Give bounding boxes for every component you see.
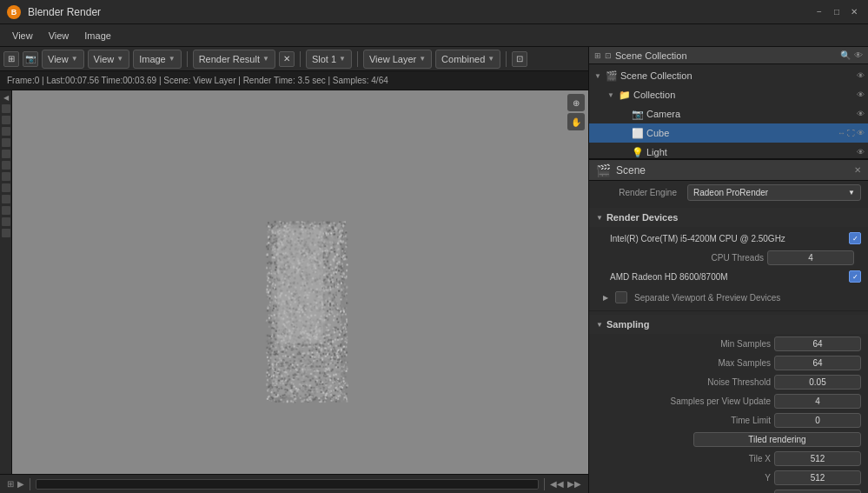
side-icon-12[interactable] xyxy=(2,229,10,237)
image-dropdown[interactable]: Image ▼ xyxy=(133,50,182,69)
outliner-title: Scene Collection xyxy=(615,50,837,61)
toolbar-icon-grid[interactable]: ⊞ xyxy=(3,51,19,67)
outliner-filter-icon[interactable]: ⊞ xyxy=(594,51,601,60)
render-engine-select[interactable]: Radeon ProRender ▼ xyxy=(687,184,861,201)
tiled-rendering-row: Tiled rendering xyxy=(589,430,868,449)
timeline-track[interactable] xyxy=(36,479,539,490)
outliner-header: ⊞ ⊡ Scene Collection 🔍 👁 xyxy=(589,47,868,64)
minimize-button[interactable]: − xyxy=(812,5,826,19)
side-icon-8[interactable] xyxy=(2,183,10,192)
max-samples-value[interactable]: 64 xyxy=(774,356,861,370)
cube-label: Cube xyxy=(646,128,835,138)
close-render-result[interactable]: ✕ xyxy=(279,51,295,67)
side-icon-10[interactable] xyxy=(2,206,10,215)
timeline-bar: ⊞ ▶ ◀◀ ▶▶ xyxy=(0,474,588,493)
outliner-item-light[interactable]: 💡 Light 👁 xyxy=(589,143,868,160)
window-controls: − □ ✕ xyxy=(812,5,861,19)
tile-x-value[interactable]: 512 xyxy=(774,451,861,466)
side-icon-1[interactable] xyxy=(2,104,10,113)
tl-icon-1[interactable]: ⊞ xyxy=(7,479,14,489)
separate-viewport-checkbox[interactable] xyxy=(615,291,627,303)
time-limit-value[interactable]: 0 xyxy=(774,413,861,428)
menu-view-1[interactable]: View xyxy=(5,28,40,43)
render-viewport[interactable]: ⊕ ✋ xyxy=(12,90,588,474)
zoom-icon[interactable]: ⊕ xyxy=(567,94,585,111)
outliner-sort-icon[interactable]: ⊡ xyxy=(605,51,612,60)
split-area: ⊞ 📷 View ▼ View ▼ Image ▼ Render Result xyxy=(0,47,868,493)
view-label: View xyxy=(48,54,69,64)
tiled-rendering-label[interactable]: Tiled rendering xyxy=(693,432,861,447)
view-layer-dropdown[interactable]: View Layer ▼ xyxy=(363,50,432,69)
toolbar-sep-3 xyxy=(357,51,358,67)
side-icon-7[interactable] xyxy=(2,172,10,181)
menu-view-2[interactable]: View xyxy=(42,28,76,43)
toolbar-icon-extra[interactable]: ⊡ xyxy=(512,51,527,67)
render-result-dropdown[interactable]: Render Result ▼ xyxy=(193,50,275,69)
noise-threshold-value[interactable]: 0.05 xyxy=(774,375,861,390)
render-devices-title: Render Devices xyxy=(606,212,679,223)
cube-vis-eye[interactable]: 👁 xyxy=(857,129,865,137)
slot-dropdown[interactable]: Slot 1 ▼ xyxy=(306,50,352,69)
menu-image[interactable]: Image xyxy=(77,28,118,43)
maximize-button[interactable]: □ xyxy=(830,5,844,19)
tile-order-value[interactable]: Center Spiral xyxy=(774,490,861,494)
render-engine-row: Render Engine Radeon ProRender ▼ xyxy=(589,181,868,204)
cpu-device-checkbox[interactable]: ✓ xyxy=(849,232,861,244)
side-icon-2[interactable] xyxy=(2,116,10,124)
collection-vis-icon[interactable]: 👁 xyxy=(857,90,865,99)
tile-x-label: Tile X xyxy=(603,454,771,463)
window-title: Blender Render xyxy=(28,6,805,18)
max-samples-label: Max Samples xyxy=(603,358,771,368)
scene-collection-icon: 🎬 xyxy=(606,70,618,82)
side-icon-4[interactable] xyxy=(2,138,10,147)
toolbar-icon-camera[interactable]: 📷 xyxy=(23,51,38,67)
side-icon-6[interactable] xyxy=(2,161,10,170)
vis-icon-1[interactable]: 👁 xyxy=(857,71,865,80)
light-vis-icon[interactable]: 👁 xyxy=(857,148,865,157)
toolbar-sep-1 xyxy=(187,51,188,67)
tl-icon-4[interactable]: ▶▶ xyxy=(567,479,581,489)
side-icon-9[interactable] xyxy=(2,195,10,203)
close-button[interactable]: ✕ xyxy=(847,5,861,19)
gpu-device-checkbox[interactable]: ✓ xyxy=(849,270,861,283)
props-close-icon[interactable]: ✕ xyxy=(854,165,861,175)
render-devices-header[interactable]: ▼ Render Devices xyxy=(589,208,868,227)
collection-vis: 👁 xyxy=(857,90,865,99)
outliner-item-camera[interactable]: 📷 Camera 👁 xyxy=(589,104,868,123)
outliner-item-collection[interactable]: ▼ 📁 Collection 👁 xyxy=(589,85,868,104)
cube-vis-1[interactable]: ↔ xyxy=(838,129,845,137)
outliner-section: ⊞ ⊡ Scene Collection 🔍 👁 ▼ 🎬 Scene Colle… xyxy=(589,47,868,160)
device-row-gpu: AMD Radeon HD 8600/8700M ✓ xyxy=(596,267,861,286)
side-arrow-left[interactable]: ◀ xyxy=(3,94,9,102)
gpu-device-name: AMD Radeon HD 8600/8700M xyxy=(610,272,845,282)
slot-label: Slot 1 xyxy=(312,54,336,64)
render-result-label: Render Result xyxy=(199,54,260,64)
cube-vis-2[interactable]: ⛶ xyxy=(847,129,855,137)
side-icon-11[interactable] xyxy=(2,217,10,226)
view2-dropdown[interactable]: View ▼ xyxy=(88,50,130,69)
render-devices-arrow: ▼ xyxy=(596,214,603,222)
tl-icon-3[interactable]: ◀◀ xyxy=(550,479,564,489)
side-icon-3[interactable] xyxy=(2,127,10,136)
collection-label: Collection xyxy=(633,90,854,100)
sampling-header[interactable]: ▼ Sampling xyxy=(589,315,868,334)
cpu-threads-value[interactable]: 4 xyxy=(767,250,854,265)
outliner-search-icon[interactable]: 🔍 xyxy=(840,50,851,60)
min-samples-label: Min Samples xyxy=(603,339,771,349)
outliner-scene-collection[interactable]: ▼ 🎬 Scene Collection 👁 xyxy=(589,66,868,85)
outliner-eye-icon[interactable]: 👁 xyxy=(854,50,863,60)
collection-arrow: ▼ xyxy=(607,91,616,99)
tl-icon-2[interactable]: ▶ xyxy=(17,479,24,489)
camera-vis-icon[interactable]: 👁 xyxy=(857,110,865,118)
pan-icon[interactable]: ✋ xyxy=(567,113,585,130)
image-label: Image xyxy=(139,54,166,64)
right-area: ⊞ ⊡ Scene Collection 🔍 👁 ▼ 🎬 Scene Colle… xyxy=(588,47,868,493)
view-dropdown[interactable]: View ▼ xyxy=(42,50,84,69)
tile-y-value[interactable]: 512 xyxy=(774,470,861,485)
cpu-threads-label: CPU Threads xyxy=(610,253,764,263)
side-icon-5[interactable] xyxy=(2,150,10,158)
min-samples-value[interactable]: 64 xyxy=(774,336,861,351)
combined-dropdown[interactable]: Combined ▼ xyxy=(435,50,500,69)
outliner-item-cube[interactable]: ⬜ Cube ↔ ⛶ 👁 xyxy=(589,123,868,143)
samples-per-view-value[interactable]: 4 xyxy=(774,394,861,409)
